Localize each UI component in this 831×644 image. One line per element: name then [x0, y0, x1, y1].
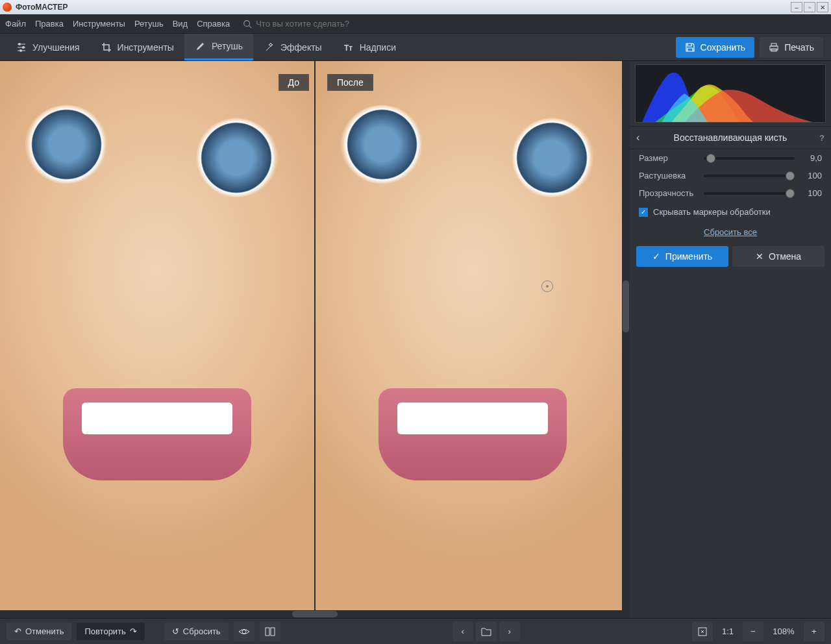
after-label: После [327, 74, 373, 91]
close-icon: ✕ [756, 251, 763, 262]
cancel-label: Отмена [769, 251, 801, 262]
tab-retouch[interactable]: Ретушь [184, 34, 253, 60]
svg-point-6 [22, 46, 25, 49]
reset-label: Сбросить [183, 626, 221, 636]
svg-rect-14 [271, 628, 275, 636]
svg-point-0 [244, 20, 250, 26]
apply-button[interactable]: ✓ Применить [636, 246, 728, 267]
minus-icon: − [750, 626, 756, 636]
redo-label: Повторить [84, 626, 125, 636]
slider-feather: Растушевка 100 [630, 167, 831, 184]
reset-all-link[interactable]: Сбросить все [630, 222, 831, 242]
hide-markers-row: ✓ Скрывать маркеры обработки [630, 202, 831, 222]
menu-view[interactable]: Вид [173, 19, 188, 29]
cancel-button[interactable]: ✕ Отмена [732, 246, 825, 267]
tab-captions[interactable]: Tт Надписи [332, 34, 406, 60]
menu-tools[interactable]: Инструменты [73, 19, 125, 29]
zoom-out-button[interactable]: − [743, 622, 763, 641]
chevron-left-icon: ‹ [462, 626, 464, 636]
size-label: Размер [639, 153, 697, 163]
bottombar: ↶ Отменить Повторить ↷ ↺ Сбросить ‹ › 1:… [0, 618, 831, 644]
feather-slider[interactable] [704, 175, 795, 177]
feather-label: Растушевка [639, 171, 697, 180]
zoom-value: 108% [769, 626, 799, 636]
menubar: Файл Правка Инструменты Ретушь Вид Справ… [0, 14, 831, 34]
size-slider[interactable] [704, 157, 795, 160]
side-panel: ‹ Восстанавливающая кисть ? Размер 9,0 Р… [630, 61, 831, 618]
compare-toggle-button[interactable] [260, 622, 280, 641]
fit-screen-button[interactable] [692, 622, 713, 641]
panel-title: Восстанавливающая кисть [649, 132, 812, 143]
text-icon: Tт [343, 42, 354, 53]
tab-enhance[interactable]: Улучшения [5, 34, 90, 60]
nav-next-button[interactable]: › [499, 622, 520, 641]
opacity-value: 100 [801, 188, 822, 198]
before-label: До [279, 74, 309, 91]
titlebar: ФотоМАСТЕР – ▫ ✕ [0, 0, 831, 14]
save-label: Сохранить [701, 42, 746, 53]
undo-label: Отменить [25, 626, 64, 636]
zoom-in-button[interactable]: + [804, 622, 825, 641]
hide-markers-label: Скрывать маркеры обработки [653, 207, 771, 217]
reset-icon: ↺ [172, 626, 179, 636]
histogram [635, 64, 826, 123]
help-button[interactable]: ? [812, 133, 825, 143]
undo-button[interactable]: ↶ Отменить [6, 623, 71, 640]
hide-markers-checkbox[interactable]: ✓ [639, 208, 648, 217]
horizontal-scrollbar[interactable] [0, 610, 630, 618]
tab-tools[interactable]: Инструменты [90, 34, 184, 60]
tab-label: Эффекты [280, 42, 322, 53]
search-icon [243, 19, 252, 29]
maximize-button[interactable]: ▫ [804, 2, 815, 12]
feather-value: 100 [801, 171, 822, 180]
wand-icon [264, 42, 275, 53]
svg-text:Tт: Tт [344, 43, 353, 53]
tab-effects[interactable]: Эффекты [253, 34, 332, 60]
image-after: После [316, 61, 630, 610]
menu-file[interactable]: Файл [5, 19, 26, 29]
menu-help[interactable]: Справка [197, 19, 230, 29]
opacity-slider[interactable] [704, 192, 795, 195]
canvas-area[interactable]: До После [0, 61, 630, 618]
fit-icon [697, 626, 708, 637]
save-icon [685, 42, 695, 53]
zoom-ratio[interactable]: 1:1 [718, 626, 738, 636]
close-button[interactable]: ✕ [817, 2, 828, 12]
compare-icon [265, 626, 275, 637]
print-button[interactable]: Печать [760, 37, 823, 58]
open-folder-button[interactable] [476, 622, 497, 641]
print-icon [769, 42, 779, 53]
panel-header: ‹ Восстанавливающая кисть ? [630, 126, 831, 149]
nav-prev-button[interactable]: ‹ [453, 622, 473, 641]
undo-icon: ↶ [14, 626, 21, 636]
reset-button[interactable]: ↺ Сбросить [164, 623, 229, 640]
slider-size: Размер 9,0 [630, 149, 831, 167]
minimize-button[interactable]: – [791, 2, 802, 12]
image-before: До [0, 61, 316, 610]
back-button[interactable]: ‹ [636, 132, 649, 143]
apply-label: Применить [665, 251, 712, 262]
vertical-scrollbar[interactable] [622, 61, 630, 610]
redo-button[interactable]: Повторить ↷ [77, 623, 144, 640]
crop-icon [101, 42, 112, 53]
redo-icon: ↷ [130, 626, 137, 636]
svg-point-7 [19, 49, 22, 52]
eye-icon [238, 627, 250, 636]
tab-label: Улучшения [32, 42, 80, 53]
opacity-label: Прозрачность [639, 188, 697, 198]
preview-toggle-button[interactable] [234, 622, 254, 641]
size-value: 9,0 [801, 153, 822, 163]
svg-rect-9 [771, 43, 776, 46]
menu-edit[interactable]: Правка [35, 19, 64, 29]
check-icon: ✓ [652, 251, 660, 262]
save-button[interactable]: Сохранить [676, 37, 755, 58]
search-input[interactable] [256, 19, 386, 29]
tab-label: Ретушь [212, 41, 243, 51]
folder-icon [481, 627, 491, 636]
app-icon [3, 3, 12, 12]
slider-opacity: Прозрачность 100 [630, 184, 831, 202]
sliders-icon [16, 42, 27, 53]
print-label: Печать [784, 42, 814, 53]
svg-rect-13 [266, 628, 269, 636]
menu-retouch[interactable]: Ретушь [134, 19, 164, 29]
